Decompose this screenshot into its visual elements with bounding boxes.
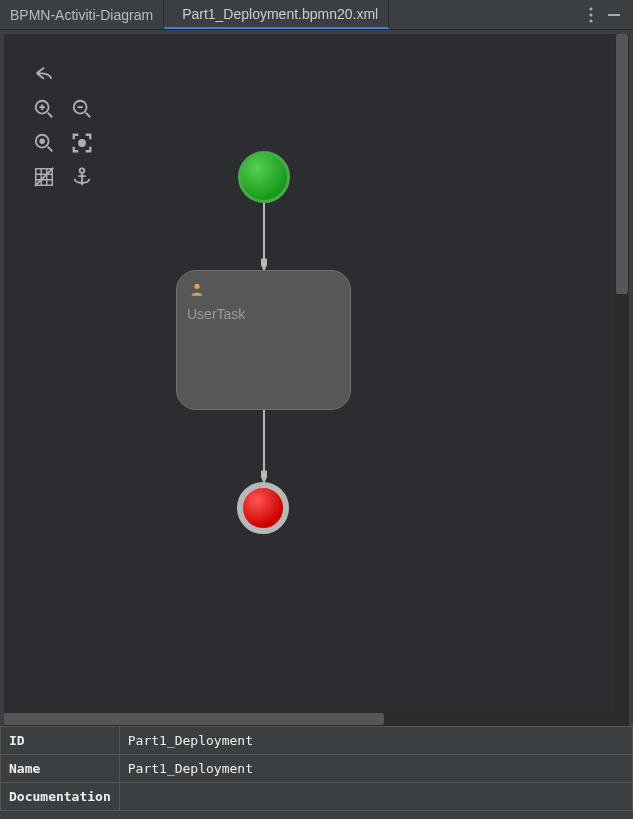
editor-tab-bar: BPMN-Activiti-Diagram Part1_Deployment.b… <box>0 0 633 30</box>
undo-icon[interactable] <box>32 63 56 87</box>
tab-label: Part1_Deployment.bpmn20.xml <box>182 6 378 22</box>
property-row-name: Name Part1_Deployment <box>1 755 633 783</box>
svg-point-2 <box>589 19 592 22</box>
sequence-flow-arrow[interactable] <box>261 203 267 271</box>
zoom-reset-icon[interactable] <box>32 131 56 155</box>
scroll-thumb[interactable] <box>4 713 384 725</box>
horizontal-scrollbar[interactable] <box>4 712 629 726</box>
svg-point-14 <box>79 140 85 146</box>
property-label: Name <box>1 755 120 783</box>
svg-line-12 <box>48 147 53 152</box>
bpmn-start-event[interactable] <box>238 151 290 203</box>
tab-deployment-xml[interactable]: Part1_Deployment.bpmn20.xml <box>164 0 389 29</box>
svg-point-13 <box>40 139 44 143</box>
svg-line-20 <box>35 168 53 186</box>
property-row-id: ID Part1_Deployment <box>1 727 633 755</box>
scroll-thumb[interactable] <box>616 34 628 294</box>
property-value-name[interactable]: Part1_Deployment <box>119 755 632 783</box>
property-label: Documentation <box>1 783 120 811</box>
svg-point-1 <box>589 13 592 16</box>
property-row-documentation: Documentation <box>1 783 633 811</box>
tab-actions <box>585 0 633 29</box>
menu-dots-icon[interactable] <box>585 3 597 27</box>
user-icon <box>189 281 340 300</box>
bpmn-end-event[interactable] <box>237 482 289 534</box>
svg-line-5 <box>48 113 53 118</box>
grid-toggle-icon[interactable] <box>32 165 56 189</box>
svg-rect-3 <box>608 14 620 16</box>
diagram-canvas[interactable]: UserTask <box>0 30 633 726</box>
tab-label: BPMN-Activiti-Diagram <box>10 7 153 23</box>
property-value-id[interactable]: Part1_Deployment <box>119 727 632 755</box>
svg-point-26 <box>194 284 199 289</box>
fit-selection-icon[interactable] <box>70 131 94 155</box>
task-label: UserTask <box>187 306 245 322</box>
zoom-out-icon[interactable] <box>70 97 94 121</box>
sequence-flow-arrow[interactable] <box>261 410 267 483</box>
bpmn-user-task[interactable]: UserTask <box>176 270 351 410</box>
vertical-scrollbar[interactable] <box>615 34 629 712</box>
tab-bpmn-diagram[interactable]: BPMN-Activiti-Diagram <box>0 0 164 29</box>
property-value-documentation[interactable] <box>119 783 632 811</box>
property-label: ID <box>1 727 120 755</box>
svg-line-9 <box>86 113 91 118</box>
svg-point-21 <box>80 168 85 173</box>
zoom-in-icon[interactable] <box>32 97 56 121</box>
anchor-icon[interactable] <box>70 165 94 189</box>
canvas-toolbar <box>32 63 94 189</box>
properties-panel: ID Part1_Deployment Name Part1_Deploymen… <box>0 726 633 811</box>
svg-point-0 <box>589 7 592 10</box>
minimize-icon[interactable] <box>603 4 625 26</box>
